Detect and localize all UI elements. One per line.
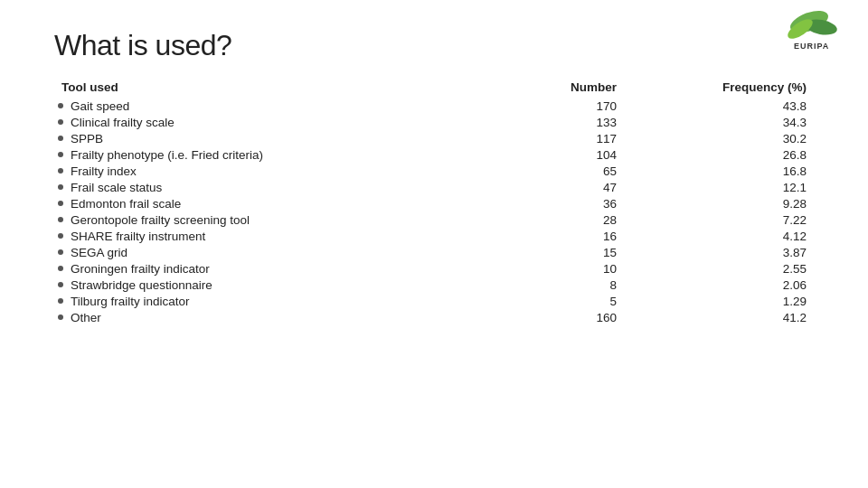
cell-tool: SHARE frailty instrument [54,228,472,244]
cell-number: 160 [472,309,624,325]
cell-tool: Frailty phenotype (i.e. Fried criteria) [54,146,472,163]
cell-tool: SPPB [54,130,472,146]
bullet-icon [58,168,63,174]
table-row: Frailty index6516.8 [54,163,814,179]
cell-frequency: 2.06 [624,277,814,293]
cell-number: 133 [472,114,624,130]
bullet-icon [58,201,63,206]
cell-tool: Edmonton frail scale [54,195,472,211]
cell-tool: Frail scale status [54,179,472,195]
table-row: Other16041.2 [54,309,814,325]
table-row: SPPB11730.2 [54,130,814,146]
cell-frequency: 9.28 [624,195,814,211]
bullet-icon [58,152,63,157]
col-header-number: Number [472,79,624,98]
cell-frequency: 2.55 [624,260,814,277]
bullet-icon [58,298,63,304]
table-row: Gerontopole frailty screening tool287.22 [54,211,814,228]
cell-frequency: 7.22 [624,211,814,228]
cell-number: 8 [472,277,624,293]
cell-tool: Tilburg frailty indicator [54,293,472,309]
cell-number: 5 [472,293,624,309]
cell-frequency: 34.3 [624,114,814,130]
cell-tool: SEGA grid [54,244,472,260]
bullet-icon [58,233,63,239]
cell-number: 117 [472,130,624,146]
bullet-icon [58,136,63,141]
cell-tool: Gerontopole frailty screening tool [54,211,472,228]
cell-number: 65 [472,163,624,179]
cell-number: 10 [472,260,624,277]
data-table: Tool used Number Frequency (%) Gait spee… [54,79,814,325]
cell-number: 36 [472,195,624,211]
bullet-icon [58,119,63,125]
table-row: Strawbridge questionnaire82.06 [54,277,814,293]
cell-number: 47 [472,179,624,195]
bullet-icon [58,282,63,287]
cell-tool: Clinical frailty scale [54,114,472,130]
euripa-logo: EURIPA [760,9,841,54]
cell-frequency: 26.8 [624,146,814,163]
cell-number: 16 [472,228,624,244]
cell-frequency: 1.29 [624,293,814,309]
cell-number: 15 [472,244,624,260]
cell-tool: Groningen frailty indicator [54,260,472,277]
bullet-icon [58,249,63,255]
col-header-tool: Tool used [54,79,472,98]
table-row: Clinical frailty scale13334.3 [54,114,814,130]
col-header-frequency: Frequency (%) [624,79,814,98]
table-row: Gait speed17043.8 [54,98,814,114]
svg-text:EURIPA: EURIPA [794,42,829,51]
table-row: Edmonton frail scale369.28 [54,195,814,211]
bullet-icon [58,184,63,190]
cell-frequency: 41.2 [624,309,814,325]
table-row: Frailty phenotype (i.e. Fried criteria)1… [54,146,814,163]
cell-tool: Other [54,309,472,325]
cell-number: 170 [472,98,624,114]
cell-frequency: 4.12 [624,228,814,244]
bullet-icon [58,314,63,320]
cell-frequency: 16.8 [624,163,814,179]
table-row: SHARE frailty instrument164.12 [54,228,814,244]
cell-number: 104 [472,146,624,163]
cell-tool: Gait speed [54,98,472,114]
table-row: Tilburg frailty indicator51.29 [54,293,814,309]
cell-number: 28 [472,211,624,228]
page: EURIPA What is used? Tool used Number Fr… [0,0,868,488]
bullet-icon [58,103,63,108]
cell-frequency: 43.8 [624,98,814,114]
cell-tool: Frailty index [54,163,472,179]
cell-frequency: 30.2 [624,130,814,146]
table-row: Frail scale status4712.1 [54,179,814,195]
cell-tool: Strawbridge questionnaire [54,277,472,293]
bullet-icon [58,217,63,222]
cell-frequency: 3.87 [624,244,814,260]
bullet-icon [58,266,63,271]
cell-frequency: 12.1 [624,179,814,195]
table-row: Groningen frailty indicator102.55 [54,260,814,277]
page-title: What is used? [54,29,814,62]
table-row: SEGA grid153.87 [54,244,814,260]
